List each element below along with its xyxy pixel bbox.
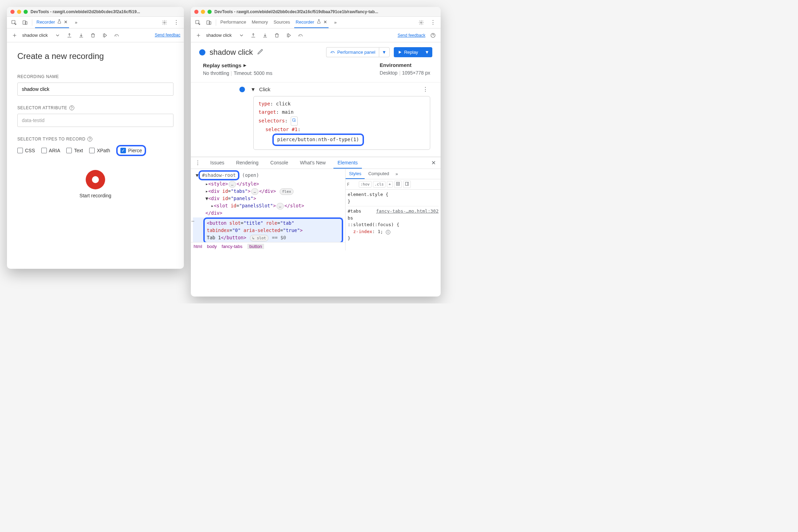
window-title: DevTools - rawgit.com/ebidel/2d2bb0cdec3…: [31, 9, 140, 14]
breadcrumb[interactable]: html body fancy-tabs button: [191, 242, 345, 250]
cls-toggle[interactable]: .cls: [373, 181, 386, 188]
tab-sources[interactable]: Sources: [272, 17, 291, 28]
slow-replay-icon[interactable]: [296, 31, 305, 40]
info-icon[interactable]: i: [386, 230, 390, 234]
inspect-icon[interactable]: [10, 18, 18, 27]
chevron-down-icon[interactable]: [237, 31, 246, 40]
svg-point-3: [164, 22, 165, 23]
export-icon[interactable]: [249, 31, 257, 40]
dom-tree[interactable]: ▼#shadow-root (open) ▸<style>…</style> ▸…: [191, 169, 345, 242]
tab-issues[interactable]: Issues: [206, 157, 228, 169]
zoom-window-icon[interactable]: [207, 10, 212, 14]
hov-toggle[interactable]: :hov: [359, 181, 372, 188]
tab-rendering[interactable]: Rendering: [232, 157, 263, 169]
kebab-menu-icon[interactable]: ⋮: [428, 19, 438, 26]
title-bar: DevTools - rawgit.com/ebidel/2d2bb0cdec3…: [191, 7, 441, 17]
gear-icon[interactable]: [417, 18, 425, 27]
import-icon[interactable]: [261, 31, 269, 40]
more-tabs-icon[interactable]: »: [72, 18, 80, 27]
help-icon[interactable]: ?: [69, 105, 74, 110]
environment-heading: Environment: [380, 62, 430, 68]
svg-rect-11: [397, 183, 399, 185]
devtools-toolbar: Performance Memory Sources Recorder ✕ » …: [191, 17, 441, 28]
tab-memory[interactable]: Memory: [250, 17, 269, 28]
new-rule-icon[interactable]: +: [387, 181, 393, 188]
tab-performance[interactable]: Performance: [219, 17, 247, 28]
export-icon[interactable]: [65, 31, 74, 40]
close-window-icon[interactable]: [194, 10, 198, 14]
step-icon[interactable]: [101, 31, 109, 40]
selector-type-text[interactable]: Text: [66, 148, 83, 153]
more-tabs-icon[interactable]: »: [392, 171, 401, 177]
tab-elements[interactable]: Elements: [333, 157, 362, 169]
tab-recorder[interactable]: Recorder ✕: [35, 17, 69, 28]
selector-type-aria[interactable]: ARIA: [41, 148, 60, 153]
selector-type-xpath[interactable]: XPath: [89, 148, 110, 153]
page-title: Create a new recording: [17, 51, 173, 61]
styles-body[interactable]: element.style { } #tabsfancy-tabs-…mo.ht…: [346, 190, 441, 250]
recorder-sub-toolbar: shadow click Send feedbac: [7, 28, 184, 42]
tab-whats-new[interactable]: What's New: [296, 157, 330, 169]
minimize-window-icon[interactable]: [201, 10, 205, 14]
window-title: DevTools - rawgit.com/ebidel/2d2bb0cdec3…: [214, 9, 378, 14]
step-icon[interactable]: [285, 31, 293, 40]
add-icon[interactable]: [10, 31, 19, 40]
flow-title: shadow click: [210, 48, 253, 57]
zoom-window-icon[interactable]: [24, 10, 28, 14]
selector-value: pierce/button:nth-of-type(1): [272, 134, 364, 146]
delete-icon[interactable]: [89, 31, 97, 40]
slow-replay-icon[interactable]: [112, 31, 121, 40]
performance-panel-dropdown[interactable]: ▼: [379, 47, 390, 57]
start-recording-label: Start recording: [17, 193, 173, 198]
tab-computed[interactable]: Computed: [365, 169, 392, 179]
step-body: type: click target: main selectors: sele…: [253, 96, 430, 150]
device-toggle-icon[interactable]: [21, 18, 29, 27]
more-tabs-icon[interactable]: »: [331, 18, 340, 27]
selector-type-css[interactable]: CSS: [17, 148, 35, 153]
chevron-down-icon[interactable]: [53, 31, 62, 40]
step-kebab-icon[interactable]: ⋮: [421, 86, 430, 93]
kebab-menu-icon[interactable]: ⋮: [171, 19, 181, 26]
help-icon[interactable]: ?: [87, 137, 92, 141]
computed-layout-icon[interactable]: [394, 181, 402, 188]
recording-name-input[interactable]: [17, 83, 173, 96]
help-icon[interactable]: [429, 31, 437, 40]
recording-name[interactable]: shadow click: [206, 33, 232, 38]
replay-dropdown[interactable]: ▼: [422, 47, 432, 57]
tab-recorder[interactable]: Recorder ✕: [294, 17, 328, 28]
tab-console[interactable]: Console: [266, 157, 292, 169]
edit-icon[interactable]: [257, 49, 263, 56]
tab-label: Recorder: [36, 19, 55, 25]
send-feedback-link[interactable]: Send feedbac: [155, 33, 180, 37]
close-icon[interactable]: ✕: [323, 19, 327, 25]
close-window-icon[interactable]: [10, 10, 15, 14]
selector-type-pierce[interactable]: Pierce: [120, 148, 142, 153]
selector-attribute-input[interactable]: [17, 114, 173, 127]
performance-panel-button[interactable]: Performance panel: [326, 47, 379, 57]
send-feedback-link[interactable]: Send feedback: [398, 33, 425, 38]
drawer-kebab-icon[interactable]: ⋮: [193, 160, 203, 166]
inspect-icon[interactable]: [194, 18, 202, 27]
device-toggle-icon[interactable]: [205, 18, 213, 27]
recording-name[interactable]: shadow click: [22, 33, 48, 38]
styles-filter-input[interactable]: [347, 182, 357, 187]
toggle-sidebar-icon[interactable]: [403, 181, 411, 188]
replay-button[interactable]: Replay: [394, 47, 422, 57]
step-dot-icon: [239, 87, 245, 92]
replay-settings-values: No throttlingTimeout: 5000 ms: [203, 70, 272, 76]
start-recording-button[interactable]: [86, 170, 105, 189]
tab-styles[interactable]: Styles: [346, 169, 365, 179]
title-bar: DevTools - rawgit.com/ebidel/2d2bb0cdec3…: [7, 7, 184, 17]
delete-icon[interactable]: [273, 31, 281, 40]
add-icon[interactable]: [194, 31, 203, 40]
replay-settings-heading[interactable]: Replay settings ▸: [203, 62, 272, 68]
inspect-icon[interactable]: [291, 117, 298, 126]
close-drawer-icon[interactable]: ✕: [428, 160, 439, 166]
gear-icon[interactable]: [160, 18, 169, 27]
step-label[interactable]: Click: [259, 86, 271, 92]
minimize-window-icon[interactable]: [17, 10, 21, 14]
close-icon[interactable]: ✕: [64, 19, 68, 25]
devtools-toolbar: Recorder ✕ » ⋮: [7, 17, 184, 28]
import-icon[interactable]: [77, 31, 85, 40]
chevron-down-icon[interactable]: ▼: [251, 86, 256, 92]
